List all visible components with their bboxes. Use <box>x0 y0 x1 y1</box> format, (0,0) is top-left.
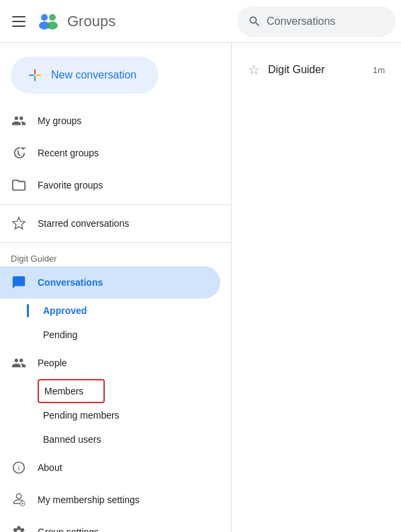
favorite-groups-icon <box>11 177 27 193</box>
conversations-icon <box>11 274 27 290</box>
approved-label: Approved <box>43 305 87 316</box>
sidebar-item-pending[interactable]: Pending <box>38 323 231 347</box>
logo-area: Groups <box>35 8 116 35</box>
search-bar[interactable]: Conversations <box>237 6 396 37</box>
conversation-star-icon: ☆ <box>248 62 260 78</box>
recent-groups-label: Recent groups <box>38 148 99 158</box>
pending-members-label: Pending members <box>43 410 120 421</box>
star-icon <box>11 215 27 231</box>
svg-text:i: i <box>18 464 19 472</box>
app-header: Groups Conversations <box>0 0 401 43</box>
groups-logo-icon <box>35 8 62 35</box>
divider-1 <box>0 204 231 205</box>
conversation-title: Digit Guider <box>268 64 324 76</box>
sidebar-item-members[interactable]: Members <box>38 379 105 403</box>
sidebar-item-my-membership-settings[interactable]: My membership settings <box>0 484 220 516</box>
conversation-time: 1m <box>373 65 385 75</box>
search-label: Conversations <box>267 15 335 28</box>
group-settings-icon <box>11 524 27 532</box>
conversation-list-item[interactable]: ☆ Digit Guider 1m <box>242 54 390 86</box>
divider-2 <box>0 242 231 243</box>
hamburger-menu-button[interactable] <box>5 8 32 35</box>
starred-conversations-label: Starred conversations <box>38 218 129 229</box>
new-conversation-label: New conversation <box>51 69 136 81</box>
banned-users-label: Banned users <box>43 434 101 445</box>
sidebar-item-recent-groups[interactable]: Recent groups <box>0 137 220 169</box>
sidebar-item-my-groups[interactable]: My groups <box>0 105 220 137</box>
svg-point-0 <box>41 14 48 21</box>
group-settings-label: Group settings <box>38 527 99 532</box>
svg-rect-6 <box>29 74 34 76</box>
search-icon <box>248 15 261 28</box>
sidebar-item-pending-members[interactable]: Pending members <box>38 403 231 427</box>
sidebar-item-approved[interactable]: Approved <box>38 299 231 323</box>
about-label: About <box>38 462 62 473</box>
members-label: Members <box>44 386 83 396</box>
header-left: Groups <box>5 8 237 35</box>
sidebar-item-favorite-groups[interactable]: Favorite groups <box>0 169 220 201</box>
membership-settings-icon <box>11 492 27 508</box>
app-title: Groups <box>67 13 116 30</box>
svg-rect-7 <box>36 74 41 76</box>
recent-groups-icon <box>11 145 27 161</box>
people-icon <box>11 355 27 371</box>
my-groups-icon <box>11 113 27 129</box>
my-membership-settings-label: My membership settings <box>38 494 140 505</box>
conversations-subnav: Approved Pending <box>0 299 231 347</box>
new-conversation-button[interactable]: New conversation <box>11 56 159 94</box>
right-panel: ☆ Digit Guider 1m <box>232 43 401 532</box>
people-subnav: Members Pending members Banned users <box>0 379 231 451</box>
people-label: People <box>38 358 67 368</box>
conversations-label: Conversations <box>38 277 103 288</box>
svg-point-2 <box>49 14 56 21</box>
sidebar-item-about[interactable]: i About <box>0 451 220 484</box>
sidebar-item-people[interactable]: People <box>0 347 220 379</box>
sidebar-item-banned-users[interactable]: Banned users <box>38 427 231 451</box>
svg-rect-5 <box>34 76 36 81</box>
svg-point-3 <box>47 21 58 30</box>
favorite-groups-label: Favorite groups <box>38 180 103 191</box>
sidebar: New conversation My groups Recent groups <box>0 43 232 532</box>
my-groups-label: My groups <box>38 115 81 126</box>
sidebar-item-conversations[interactable]: Conversations <box>0 266 220 299</box>
pending-label: Pending <box>43 329 77 340</box>
plus-icon <box>27 67 43 83</box>
main-content: New conversation My groups Recent groups <box>0 43 401 532</box>
section-label: Digit Guider <box>0 246 231 266</box>
about-icon: i <box>11 460 27 476</box>
sidebar-item-starred-conversations[interactable]: Starred conversations <box>0 207 220 240</box>
svg-rect-4 <box>34 69 36 74</box>
sidebar-item-group-settings[interactable]: Group settings <box>0 516 220 532</box>
